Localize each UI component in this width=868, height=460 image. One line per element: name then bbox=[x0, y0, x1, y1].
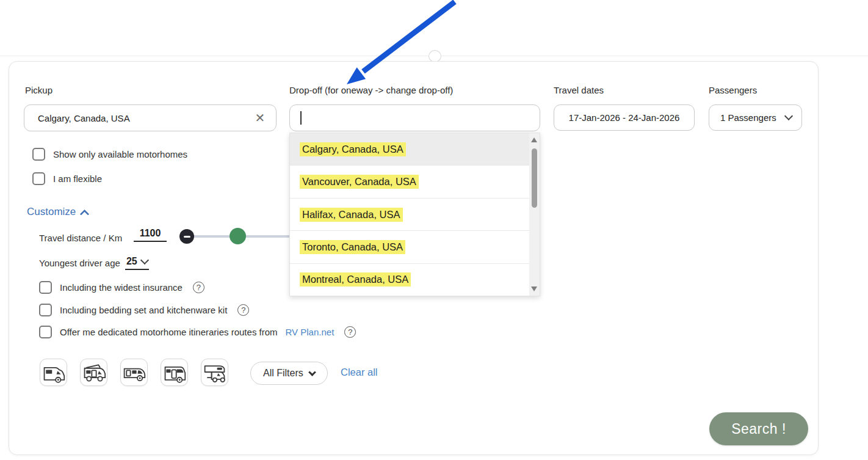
vehicle-type-pop-top-campervan-icon[interactable] bbox=[80, 359, 107, 386]
pickup-value: Calgary, Canada, USA bbox=[38, 113, 130, 123]
all-filters-button[interactable]: All Filters bbox=[250, 362, 328, 385]
insurance-checkbox[interactable] bbox=[39, 281, 52, 294]
show-available-checkbox[interactable] bbox=[32, 148, 45, 161]
hidden-help-icon bbox=[429, 50, 441, 62]
passengers-value: 1 Passengers bbox=[720, 112, 776, 123]
dropoff-options-list: Calgary, Canada, USA Vancouver, Canada, … bbox=[290, 133, 529, 296]
itineraries-label: Offer me dedicated motorhome itineraries… bbox=[60, 327, 278, 337]
passengers-select[interactable]: 1 Passengers bbox=[709, 104, 802, 131]
dropdown-scrollbar[interactable] bbox=[529, 133, 540, 296]
help-icon[interactable]: ? bbox=[237, 304, 249, 316]
travel-dates-value: 17-Jan-2026 - 24-Jan-2026 bbox=[569, 112, 680, 123]
bedding-checkbox[interactable] bbox=[39, 304, 52, 316]
passengers-label: Passengers bbox=[709, 85, 757, 95]
insurance-label: Including the widest insurance bbox=[60, 282, 183, 293]
show-available-row: Show only available motorhomes bbox=[32, 148, 187, 161]
travel-dates-input[interactable]: 17-Jan-2026 - 24-Jan-2026 bbox=[554, 104, 695, 131]
dropoff-option-halifax[interactable]: Halifax, Canada, USA bbox=[290, 199, 529, 231]
scroll-down-icon[interactable] bbox=[531, 287, 537, 291]
chevron-down-icon bbox=[308, 368, 316, 376]
scroll-up-icon[interactable] bbox=[531, 137, 537, 142]
driver-age-row: Youngest driver age 25 bbox=[39, 256, 149, 270]
travel-distance-value[interactable]: 1100 bbox=[134, 228, 167, 242]
driver-age-label: Youngest driver age bbox=[39, 258, 120, 268]
dropoff-option-montreal[interactable]: Montreal, Canada, USA bbox=[290, 264, 529, 296]
bedding-label: Including bedding set and kitchenware ki… bbox=[60, 305, 227, 315]
distance-slider-knob[interactable] bbox=[230, 228, 246, 244]
text-cursor bbox=[300, 111, 302, 125]
travel-distance-label: Travel distance / Km bbox=[39, 233, 122, 243]
customize-toggle[interactable]: Customize bbox=[27, 206, 88, 218]
insurance-row: Including the widest insurance ? bbox=[39, 281, 204, 294]
vehicle-type-integrated-motorhome-icon[interactable] bbox=[161, 359, 188, 386]
bedding-row: Including bedding set and kitchenware ki… bbox=[39, 304, 249, 316]
pickup-input[interactable]: Calgary, Canada, USA ✕ bbox=[24, 104, 277, 131]
clear-all-link[interactable]: Clear all bbox=[341, 367, 378, 378]
pickup-label: Pickup bbox=[25, 85, 52, 95]
dropoff-option-calgary[interactable]: Calgary, Canada, USA bbox=[290, 133, 529, 166]
vehicle-type-filters bbox=[40, 359, 228, 386]
scrollbar-thumb[interactable] bbox=[532, 148, 537, 208]
help-icon[interactable]: ? bbox=[344, 326, 356, 338]
vehicle-type-alcove-motorhome-icon[interactable] bbox=[40, 359, 67, 386]
chevron-down-icon bbox=[140, 256, 149, 265]
customize-label: Customize bbox=[27, 206, 76, 218]
dropoff-input[interactable] bbox=[289, 104, 540, 131]
travel-dates-label: Travel dates bbox=[554, 85, 604, 95]
chevron-up-icon bbox=[80, 209, 90, 219]
itineraries-row: Offer me dedicated motorhome itineraries… bbox=[39, 326, 356, 338]
rv-plan-link[interactable]: RV Plan.net bbox=[286, 327, 335, 337]
help-icon[interactable]: ? bbox=[193, 282, 204, 293]
dropoff-suggestions-dropdown: Calgary, Canada, USA Vancouver, Canada, … bbox=[289, 133, 540, 296]
itineraries-checkbox[interactable] bbox=[39, 326, 52, 338]
search-panel: Pickup Calgary, Canada, USA ✕ Drop-off (… bbox=[9, 61, 819, 455]
flexible-checkbox[interactable] bbox=[32, 172, 45, 185]
search-button[interactable]: Search ! bbox=[709, 412, 808, 445]
clear-pickup-icon[interactable]: ✕ bbox=[254, 112, 266, 124]
distance-minus-button[interactable] bbox=[179, 229, 194, 244]
vehicle-type-semi-integrated-campervan-icon[interactable] bbox=[120, 359, 148, 386]
driver-age-select[interactable]: 25 bbox=[125, 256, 149, 270]
vehicle-type-truck-camper-icon[interactable] bbox=[201, 359, 228, 386]
flexible-row: I am flexible bbox=[32, 172, 102, 185]
show-available-label: Show only available motorhomes bbox=[53, 149, 187, 159]
all-filters-label: All Filters bbox=[263, 368, 303, 379]
chevron-down-icon bbox=[784, 112, 793, 120]
flexible-label: I am flexible bbox=[53, 173, 102, 184]
rv-search-page: Pickup Calgary, Canada, USA ✕ Drop-off (… bbox=[0, 0, 868, 460]
dropoff-label: Drop-off (for oneway -> change drop-off) bbox=[289, 85, 453, 95]
dropoff-option-toronto[interactable]: Toronto, Canada, USA bbox=[290, 231, 529, 263]
dropoff-option-vancouver[interactable]: Vancouver, Canada, USA bbox=[290, 166, 529, 198]
